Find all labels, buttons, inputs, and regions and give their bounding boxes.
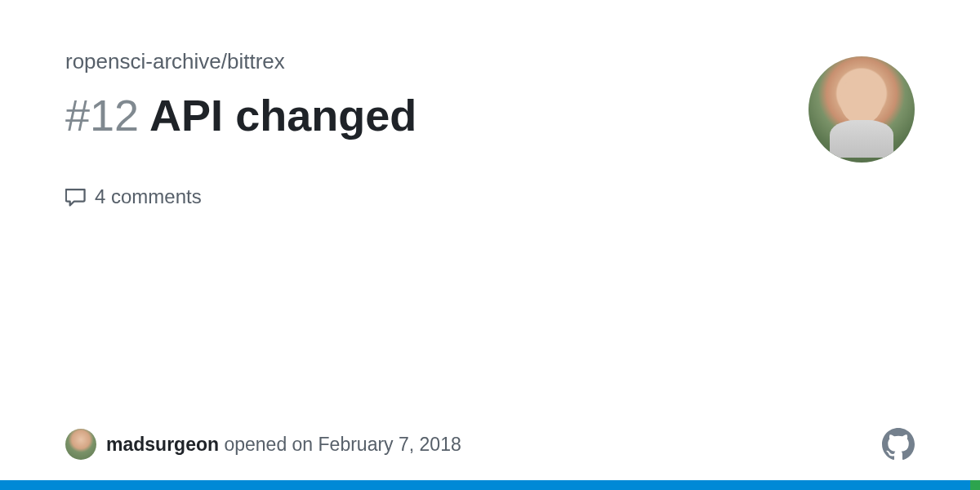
title-row: #12 API changed bbox=[65, 89, 915, 163]
accent-bar-green bbox=[970, 480, 980, 490]
github-logo-icon[interactable] bbox=[882, 428, 915, 461]
author-avatar-large[interactable] bbox=[808, 56, 915, 163]
comment-icon bbox=[65, 186, 87, 207]
author-avatar-small[interactable] bbox=[65, 429, 96, 460]
comments-row[interactable]: 4 comments bbox=[65, 185, 915, 208]
issue-title-text: API changed bbox=[149, 91, 416, 140]
author-action: opened on bbox=[224, 434, 313, 455]
comments-count: 4 comments bbox=[95, 185, 202, 208]
issue-number: #12 bbox=[65, 91, 139, 140]
issue-date: February 7, 2018 bbox=[318, 434, 461, 455]
footer: madsurgeon opened on February 7, 2018 bbox=[65, 428, 915, 461]
issue-card: ropensci-archive/bittrex #12 API changed… bbox=[0, 0, 980, 490]
footer-author: madsurgeon opened on February 7, 2018 bbox=[65, 429, 461, 460]
repo-path[interactable]: ropensci-archive/bittrex bbox=[65, 49, 915, 74]
title-block: #12 API changed bbox=[65, 89, 808, 142]
author-username[interactable]: madsurgeon bbox=[106, 434, 219, 455]
issue-title[interactable]: #12 API changed bbox=[65, 89, 808, 142]
accent-bar-blue bbox=[0, 480, 970, 490]
accent-bar bbox=[0, 480, 980, 490]
author-line: madsurgeon opened on February 7, 2018 bbox=[106, 434, 461, 456]
